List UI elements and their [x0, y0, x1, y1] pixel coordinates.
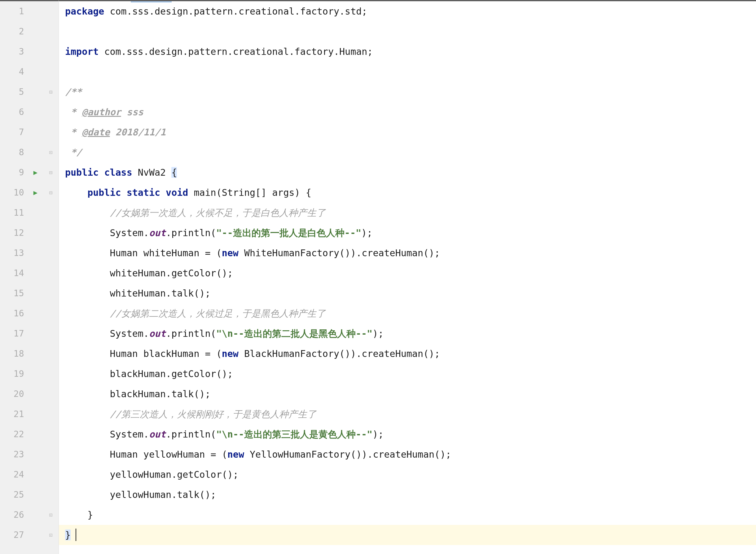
code-line-18[interactable]: Human blackHuman = (new BlackHumanFactor… [59, 344, 756, 364]
field-out: out [149, 328, 166, 339]
line-number: 17 [0, 324, 24, 344]
line-number: 27 [0, 525, 24, 545]
comment: //女娲第一次造人，火候不足，于是白色人种产生了 [110, 207, 326, 218]
string-literal: "\n--造出的第二批人是黑色人种--" [216, 328, 373, 339]
gutter: 1234567891011121314151617181920212223242… [0, 0, 59, 554]
gutter-icon-column: ▶▶ [28, 1, 43, 554]
code-line-21[interactable]: //第三次造人，火候刚刚好，于是黄色人种产生了 [59, 404, 756, 424]
code-line-10[interactable]: public static void main(String[] args) { [59, 182, 756, 203]
main-signature: main(String[] args) { [188, 187, 311, 198]
top-highlight-bar [131, 1, 172, 2]
brace-open-highlight: { [171, 167, 177, 178]
line-number: 3 [0, 42, 24, 62]
line-number: 18 [0, 344, 24, 364]
code-line-25[interactable]: yellowHuman.talk(); [59, 485, 756, 505]
line-number: 14 [0, 263, 24, 283]
fold-open-icon[interactable]: ⊟ [49, 189, 53, 196]
brace-close-main: } [65, 509, 93, 520]
line-number: 10 [0, 182, 24, 203]
line-number: 8 [0, 142, 24, 162]
field-out: out [149, 429, 166, 440]
code-line-22[interactable]: System.out.println("\n--造出的第三批人是黄色人种--")… [59, 424, 756, 444]
code-line-3[interactable]: import com.sss.design.pattern.creational… [59, 42, 756, 62]
line-number: 6 [0, 102, 24, 122]
line-number: 22 [0, 424, 24, 444]
code-line-5[interactable]: /** [59, 82, 756, 102]
keyword-main-mods: public static void [88, 187, 188, 198]
run-icon[interactable]: ▶ [34, 189, 38, 197]
text-caret [76, 529, 76, 541]
line-number: 7 [0, 122, 24, 142]
fold-open-icon[interactable]: ⊟ [49, 169, 53, 176]
code-line-24[interactable]: yellowHuman.getColor(); [59, 464, 756, 485]
keyword-class-mods: public class [65, 167, 132, 178]
line-numbers: 1234567891011121314151617181920212223242… [0, 1, 28, 554]
run-icon[interactable]: ▶ [34, 169, 38, 176]
brace-close-class: } [65, 530, 71, 540]
code-line-4[interactable] [59, 62, 756, 82]
line-number: 11 [0, 203, 24, 223]
keyword-import: import [65, 46, 99, 57]
javadoc-close: */ [65, 147, 82, 158]
fold-open-icon[interactable]: ⊟ [49, 89, 53, 95]
line-number: 16 [0, 303, 24, 324]
line-number: 24 [0, 464, 24, 485]
code-line-14[interactable]: whiteHuman.getColor(); [59, 263, 756, 283]
fold-close-icon[interactable]: ⊡ [49, 149, 53, 156]
package-path: com.sss.design.pattern.creational.factor… [104, 6, 367, 17]
code-line-11[interactable]: //女娲第一次造人，火候不足，于是白色人种产生了 [59, 203, 756, 223]
line-number: 21 [0, 404, 24, 424]
code-line-20[interactable]: blackHuman.talk(); [59, 384, 756, 404]
class-name: NvWa2 [132, 167, 171, 178]
code-line-16[interactable]: //女娲第二次造人，火候过足，于是黑色人种产生了 [59, 303, 756, 324]
code-line-27[interactable]: } [59, 525, 756, 545]
line-number: 13 [0, 243, 24, 263]
field-out: out [149, 227, 166, 238]
javadoc-tag-author: @author [82, 107, 121, 117]
code-line-1[interactable]: package com.sss.design.pattern.creationa… [59, 1, 756, 21]
line-number: 15 [0, 283, 24, 303]
javadoc-date-val: 2018/11/1 [110, 127, 166, 137]
string-literal: "--造出的第一批人是白色人种--" [216, 227, 361, 238]
keyword-new: new [222, 348, 239, 359]
string-literal: "\n--造出的第三批人是黄色人种--" [216, 429, 373, 440]
line-number: 1 [0, 1, 24, 21]
fold-column: ⊟⊡⊟⊟⊡⊡ [43, 1, 59, 554]
javadoc-tag-date: @date [82, 127, 110, 137]
import-path: com.sss.design.pattern.creational.factor… [99, 46, 373, 57]
line-number: 25 [0, 485, 24, 505]
fold-close-icon[interactable]: ⊡ [49, 511, 53, 518]
line-number: 20 [0, 384, 24, 404]
code-line-2[interactable] [59, 21, 756, 42]
code-line-23[interactable]: Human yellowHuman = (new YellowHumanFact… [59, 444, 756, 464]
javadoc-open: /** [65, 87, 82, 97]
line-number: 26 [0, 505, 24, 525]
code-line-7[interactable]: * @date 2018/11/1 [59, 122, 756, 142]
code-line-8[interactable]: */ [59, 142, 756, 162]
comment: //女娲第二次造人，火候过足，于是黑色人种产生了 [110, 308, 326, 319]
line-number: 12 [0, 223, 24, 243]
line-number: 2 [0, 21, 24, 42]
fold-close-icon[interactable]: ⊡ [49, 532, 53, 538]
line-number: 23 [0, 444, 24, 464]
code-line-6[interactable]: * @author sss [59, 102, 756, 122]
line-number: 5 [0, 82, 24, 102]
keyword-new: new [222, 247, 239, 259]
javadoc-author-val: sss [121, 107, 143, 117]
keyword-new: new [227, 449, 244, 460]
code-line-9[interactable]: public class NvWa2 { [59, 162, 756, 182]
code-line-26[interactable]: } [59, 505, 756, 525]
line-number: 19 [0, 364, 24, 384]
code-line-19[interactable]: blackHuman.getColor(); [59, 364, 756, 384]
comment: //第三次造人，火候刚刚好，于是黄色人种产生了 [110, 409, 316, 420]
code-line-12[interactable]: System.out.println("--造出的第一批人是白色人种--"); [59, 223, 756, 243]
line-number: 4 [0, 62, 24, 82]
line-number: 9 [0, 162, 24, 182]
code-line-15[interactable]: whiteHuman.talk(); [59, 283, 756, 303]
javadoc-prefix: * [65, 127, 82, 137]
code-line-17[interactable]: System.out.println("\n--造出的第二批人是黑色人种--")… [59, 324, 756, 344]
javadoc-prefix: * [65, 107, 82, 117]
code-area[interactable]: package com.sss.design.pattern.creationa… [59, 0, 756, 554]
code-line-13[interactable]: Human whiteHuman = (new WhiteHumanFactor… [59, 243, 756, 263]
keyword-package: package [65, 6, 104, 17]
